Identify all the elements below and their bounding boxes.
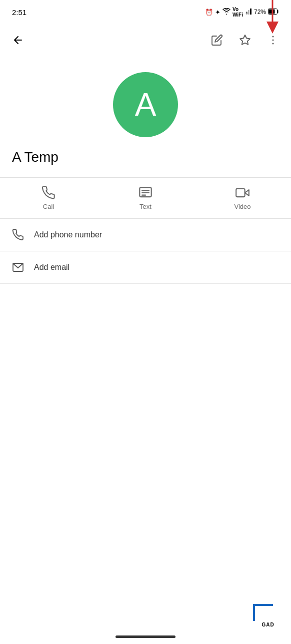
svg-marker-16 <box>245 190 249 196</box>
avatar-letter: A <box>135 86 156 123</box>
svg-rect-5 <box>269 10 275 14</box>
avatar-section: A <box>0 56 291 149</box>
status-bar: 2:51 ⏰ ✦ VoWiFi × 72% <box>0 0 291 24</box>
status-time: 2:51 <box>12 8 26 17</box>
svg-point-7 <box>272 36 274 38</box>
more-options-button[interactable] <box>263 30 283 50</box>
video-action[interactable]: Video <box>194 186 291 210</box>
svg-point-9 <box>272 43 274 45</box>
alarm-icon: ⏰ <box>205 9 213 16</box>
add-email-row[interactable]: Add email <box>0 251 291 283</box>
favorite-button[interactable] <box>235 30 255 50</box>
avatar: A <box>113 72 178 137</box>
add-phone-row[interactable]: Add phone number <box>0 219 291 251</box>
home-indicator <box>116 635 176 638</box>
add-phone-label: Add phone number <box>34 230 102 239</box>
contact-name: A Temp <box>0 149 291 177</box>
app-bar-left <box>8 30 28 50</box>
back-button[interactable] <box>8 30 28 50</box>
video-label: Video <box>234 203 250 210</box>
signal-icon: × <box>245 8 252 17</box>
svg-point-8 <box>272 40 274 41</box>
battery-percentage: 72% <box>254 9 266 16</box>
watermark: GAD <box>253 604 283 629</box>
app-bar-right <box>207 30 283 50</box>
svg-rect-0 <box>250 9 252 15</box>
svg-rect-1 <box>248 10 250 15</box>
bluetooth-icon: ✦ <box>215 9 220 16</box>
battery-icon <box>268 8 279 17</box>
vo-wifi-icon: VoWiFi <box>232 7 243 18</box>
app-bar <box>0 24 291 56</box>
action-row: Call Text Video <box>0 177 291 219</box>
wifi-icon <box>222 8 230 17</box>
edit-button[interactable] <box>207 30 227 50</box>
status-icons: ⏰ ✦ VoWiFi × 72% <box>205 7 279 18</box>
text-label: Text <box>140 203 152 210</box>
info-section: Add phone number Add email <box>0 219 291 284</box>
add-email-label: Add email <box>34 263 70 272</box>
call-action[interactable]: Call <box>0 186 97 210</box>
svg-rect-17 <box>236 189 245 197</box>
svg-text:×: × <box>246 11 248 15</box>
call-label: Call <box>43 203 54 210</box>
text-action[interactable]: Text <box>97 186 194 210</box>
svg-marker-6 <box>240 35 250 45</box>
